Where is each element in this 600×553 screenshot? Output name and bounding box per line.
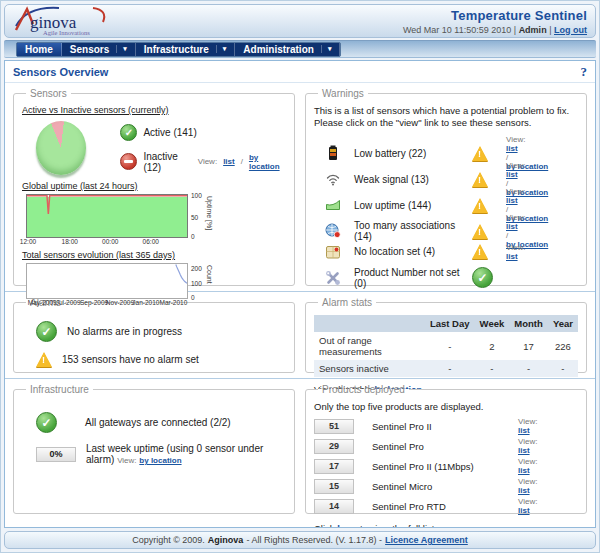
product-list-link[interactable]: list [518,486,530,495]
alarms-panel: Alarms ✓ No alarms are in progress 153 s… [13,297,295,373]
product-count-badge: 51 [314,419,354,434]
stats-cell: - [425,332,475,360]
header: ginova Agile Innovations Temperature Sen… [4,4,596,38]
view-label: View: [506,161,578,170]
warning-row-weak-signal: Weak signal (13) View: list / by locatio… [314,161,578,187]
list-item: 51 Sentinel Pro II View: list [314,417,578,436]
alarm-unset-row: 153 sensors have no alarm set [36,352,286,367]
product-name: Sentinel Pro II [360,421,518,432]
nav-item-home[interactable]: Home [17,43,62,56]
y-tick: 50 [191,214,198,221]
view-links: View: list [518,457,578,475]
products-intro: Only the top five products are displayed… [314,401,578,413]
nav-item-infrastructure[interactable]: Infrastructure ▾ [136,43,236,56]
view-list-link[interactable]: list [506,252,518,261]
alarm-unset-label: 153 sensors have no alarm set [62,354,199,365]
nav-item-administration[interactable]: Administration ▾ [235,43,340,56]
product-list-link[interactable]: list [518,426,530,435]
warning-row-low-battery: Low battery (22) View: list / by locatio… [314,135,578,161]
full-list-link[interactable]: here [337,523,357,528]
chevron-down-icon: ▾ [216,45,227,53]
stats-cell: 2 [475,332,510,360]
sensors-panel-legend: Sensors [26,88,71,99]
gateways-label: All gateways are connected (2/2) [67,417,231,428]
product-name: Sentinel Micro [360,481,518,492]
alarm-stats-panel: Alarm stats Last Day Week Month Year [305,297,587,373]
associations-icon [324,222,342,240]
licence-agreement-link[interactable]: Licence Agreement [385,535,468,545]
view-list-link[interactable]: list [506,170,518,179]
y-tick: 0 [191,294,195,301]
aginova-logo-icon: ginova Agile Innovations [13,5,118,37]
inactive-by-location-link[interactable]: by location [249,153,286,171]
nav-item-sensors[interactable]: Sensors ▾ [62,43,136,56]
stats-row-label: Sensors inactive [314,360,425,377]
panel-row-3: Infrastructure ✓ All gateways are connec… [5,378,595,519]
alarm-stats-table: Last Day Week Month Year Out of range me… [314,315,578,377]
product-list-link[interactable]: list [518,506,530,515]
product-count-badge: 17 [314,459,354,474]
x-tick: May-2009 [28,299,57,306]
app-window: ginova Agile Innovations Temperature Sen… [0,0,600,553]
stats-col-year: Year [548,315,578,332]
slash: / [506,231,578,240]
evolution-chart-title: Total sensors evolution (last 365 days) [22,250,286,260]
signal-icon [324,170,342,188]
evolution-x-axis: May-2009 Jul-2009 Sep-2009 Nov-2009 Jan-… [26,299,188,308]
aginova-logo: ginova Agile Innovations [13,5,118,37]
uptime-percent-badge: 0% [36,447,76,462]
sensors-panel: Sensors Active vs Inactive sensors (curr… [13,88,295,286]
product-list-link[interactable]: list [518,466,530,475]
view-list-link[interactable]: list [506,196,518,205]
lastweek-uptime-label: Last week uptime (using 0 sensor under a… [86,443,286,465]
view-list-link[interactable]: list [506,222,518,231]
pie-chart-title: Active vs Inactive sensors (currently) [22,105,286,115]
x-tick: Mar-2010 [159,299,187,306]
separator: | [549,25,551,35]
warning-triangle-icon [36,352,52,367]
products-footer-text: to view the full list. [360,523,437,528]
app-title: Temperature Sentinel [403,8,587,23]
view-label: View: [518,457,578,466]
svg-text:Agile Innovations: Agile Innovations [43,29,90,36]
header-right: Temperature Sentinel Wed Mar 10 11:50:59… [403,8,587,35]
uptime-plot-area [26,194,188,238]
logout-link[interactable]: Log out [554,25,587,35]
warning-triangle-icon [472,244,488,259]
main-menu: Home Sensors ▾ Infrastructure ▾ Administ… [16,42,341,57]
stats-cell: - [475,360,510,377]
copyright-text: - All Rights Reserved. (V. 1.17.8) - [246,535,382,545]
y-tick: 0 [191,233,195,240]
warning-label: Low uptime (144) [354,200,472,211]
uptime-chart-title: Global uptime (last 24 hours) [22,181,286,191]
active-inactive-pie-block: ✓ Active (141) Inactive (12) View: list … [22,118,286,178]
help-icon[interactable]: ? [581,64,588,80]
product-name: Sentinel Pro II (11Mbps) [360,461,518,472]
alarm-status-label: No alarms are in progress [67,326,182,337]
check-icon: ✓ [36,412,57,433]
products-footer: Click here to view the full list. [314,523,578,528]
view-links: View: list [506,243,578,261]
inactive-list-link[interactable]: list [223,157,235,166]
stats-cell: 17 [509,332,548,360]
view-label: View: [117,456,136,465]
view-list-link[interactable]: list [506,144,518,153]
view-label: View: [198,157,217,166]
product-name: Sentinel Pro RTD [360,501,518,512]
infrastructure-legend: Infrastructure [26,384,93,395]
x-tick: Nov-2009 [106,299,134,306]
product-list-link[interactable]: list [518,446,530,455]
view-label: View: [518,477,578,486]
stats-col-week: Week [475,315,510,332]
stats-cell: - [425,360,475,377]
x-tick: Jan-2010 [132,299,159,306]
y-tick: 100 [191,280,202,287]
view-label: View: [506,187,578,196]
warning-triangle-icon [472,146,488,161]
product-count-badge: 14 [314,499,354,514]
wrench-icon [324,269,342,287]
chevron-down-icon: ▾ [321,45,332,53]
warnings-panel-legend: Warnings [318,88,368,99]
stats-cell: 226 [548,332,578,360]
uptime-by-location-link[interactable]: by location [139,456,181,465]
